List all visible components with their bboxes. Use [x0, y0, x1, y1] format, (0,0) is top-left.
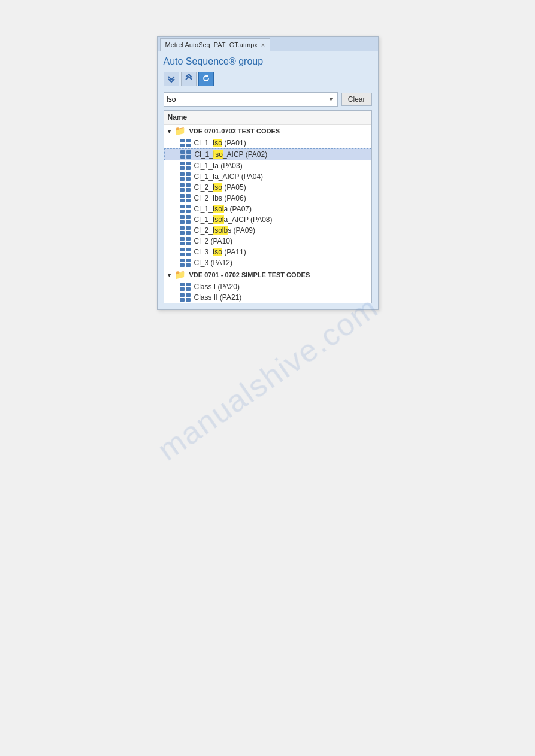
svg-rect-28 — [186, 210, 191, 213]
svg-rect-15 — [180, 177, 185, 181]
item-icon-pa20 — [180, 283, 191, 291]
svg-rect-24 — [186, 199, 191, 202]
tab-label: Metrel AutoSeq_PAT_GT.atmpx — [165, 41, 258, 48]
svg-rect-10 — [186, 162, 191, 165]
item-text-pa12: Cl_3 (PA12) — [194, 259, 232, 267]
svg-rect-55 — [180, 298, 185, 302]
item-icon-pa06 — [180, 194, 191, 202]
tab-bar: Metrel AutoSeq_PAT_GT.atmpx × — [158, 37, 378, 51]
collapse-all-button[interactable] — [164, 72, 179, 86]
tree-item-pa03[interactable]: Cl_1_Ia (PA03) — [164, 160, 371, 171]
watermark: manualshive.com — [150, 289, 384, 467]
expand-all-icon — [185, 74, 193, 84]
item-text-pa04: Cl_1_Ia_AICP (PA04) — [194, 172, 264, 181]
expand-all-button[interactable] — [181, 72, 197, 86]
svg-rect-43 — [180, 253, 185, 256]
window-title: Auto Sequence® group — [158, 51, 378, 69]
tree-item-pa10[interactable]: Cl_2 (PA10) — [164, 236, 371, 247]
folder-item-2[interactable]: ▼ 📁 VDE 0701 - 0702 SIMPLE TEST CODES — [164, 268, 371, 281]
search-input[interactable] — [167, 95, 327, 104]
folder-toggle-icon-2[interactable]: ▼ — [167, 272, 173, 278]
folder-toggle-icon[interactable]: ▼ — [167, 128, 173, 135]
folder-label-2: VDE 0701 - 0702 SIMPLE TEST CODES — [189, 271, 310, 278]
tree-item-pa09[interactable]: Cl_2_Isolbs (PA09) — [164, 225, 371, 236]
svg-rect-37 — [180, 237, 185, 241]
item-icon-pa12 — [180, 259, 191, 267]
main-window: Metrel AutoSeq_PAT_GT.atmpx × Auto Seque… — [157, 36, 379, 310]
item-text-pa06: Cl_2_Ibs (PA06) — [194, 194, 246, 202]
clear-button[interactable]: Clear — [341, 93, 372, 106]
refresh-button[interactable] — [198, 72, 214, 86]
item-text-pa10: Cl_2 (PA10) — [194, 237, 232, 245]
toolbar — [158, 69, 378, 90]
tree-item-pa12[interactable]: Cl_3 (PA12) — [164, 257, 371, 268]
svg-rect-8 — [186, 155, 191, 159]
item-icon-pa11 — [180, 248, 191, 256]
svg-rect-14 — [186, 172, 191, 176]
svg-rect-5 — [180, 150, 185, 154]
svg-rect-44 — [186, 253, 191, 256]
item-icon-pa03 — [180, 162, 191, 170]
item-icon-pa07 — [180, 205, 191, 213]
tree-container: Name ▼ 📁 VDE 0701-0702 TEST CODES Cl_1_I… — [164, 110, 372, 303]
svg-rect-51 — [180, 287, 185, 291]
item-text-pa07: Cl_1_Isola (PA07) — [194, 205, 252, 213]
svg-rect-9 — [180, 162, 185, 165]
svg-rect-32 — [186, 220, 191, 224]
svg-rect-54 — [186, 293, 191, 297]
item-icon-pa10 — [180, 237, 191, 245]
tree-item-pa11[interactable]: Cl_3_Iso (PA11) — [164, 247, 371, 257]
tree-item-pa01[interactable]: Cl_1_Iso (PA01) — [164, 138, 371, 148]
tree-item-pa08[interactable]: Cl_1_Isola_AICP (PA08) — [164, 214, 371, 225]
svg-rect-42 — [186, 248, 191, 251]
tree-item-pa02[interactable]: Cl_1_Iso_AICP (PA02) — [164, 148, 371, 160]
svg-rect-18 — [186, 183, 191, 187]
item-text-pa02: Cl_1_Iso_AICP (PA02) — [195, 150, 268, 159]
tree-item-pa20[interactable]: Class I (PA20) — [164, 281, 371, 292]
tree-item-pa06[interactable]: Cl_2_Ibs (PA06) — [164, 193, 371, 204]
search-input-wrapper[interactable]: ▼ — [164, 92, 338, 107]
svg-rect-29 — [180, 215, 185, 219]
svg-rect-21 — [180, 194, 185, 198]
item-text-pa20: Class I (PA20) — [194, 283, 240, 291]
svg-rect-27 — [180, 210, 185, 213]
tree-item-pa21[interactable]: Class II (PA21) — [164, 292, 371, 303]
refresh-icon — [202, 74, 210, 84]
svg-rect-41 — [180, 248, 185, 251]
tree-item-pa04[interactable]: Cl_1_Ia_AICP (PA04) — [164, 171, 371, 182]
svg-rect-31 — [180, 220, 185, 224]
svg-rect-49 — [180, 283, 185, 286]
svg-rect-45 — [180, 259, 185, 262]
svg-rect-39 — [180, 242, 185, 245]
tree-header: Name — [164, 111, 371, 125]
svg-rect-30 — [186, 215, 191, 219]
svg-rect-56 — [186, 298, 191, 302]
folder-item[interactable]: ▼ 📁 VDE 0701-0702 TEST CODES — [164, 125, 371, 138]
search-bar: ▼ Clear — [158, 90, 378, 110]
svg-rect-50 — [186, 283, 191, 286]
file-tab[interactable]: Metrel AutoSeq_PAT_GT.atmpx × — [160, 38, 271, 51]
folder-icon: 📁 — [174, 126, 186, 136]
tree-item-pa05[interactable]: Cl_2_Iso (PA05) — [164, 182, 371, 193]
svg-rect-36 — [186, 231, 191, 235]
item-text-pa09: Cl_2_Isolbs (PA09) — [194, 226, 256, 235]
search-dropdown-arrow-icon[interactable]: ▼ — [327, 96, 335, 102]
svg-rect-11 — [180, 166, 185, 170]
item-icon-pa05 — [180, 183, 191, 192]
tree-item-pa07[interactable]: Cl_1_Isola (PA07) — [164, 204, 371, 214]
tab-close-icon[interactable]: × — [261, 41, 265, 48]
item-icon-pa21 — [180, 293, 191, 302]
svg-rect-3 — [180, 144, 185, 147]
item-icon-pa09 — [180, 226, 191, 235]
svg-rect-48 — [186, 263, 191, 267]
item-icon-pa01 — [180, 139, 191, 147]
item-text-pa11: Cl_3_Iso (PA11) — [194, 248, 246, 256]
svg-rect-1 — [180, 139, 185, 142]
svg-rect-23 — [180, 199, 185, 202]
item-text-pa01: Cl_1_Iso (PA01) — [194, 139, 246, 147]
svg-rect-53 — [180, 293, 185, 297]
svg-rect-34 — [186, 226, 191, 230]
name-column-header: Name — [168, 113, 188, 122]
svg-rect-19 — [180, 188, 185, 192]
item-icon-pa08 — [180, 215, 191, 224]
